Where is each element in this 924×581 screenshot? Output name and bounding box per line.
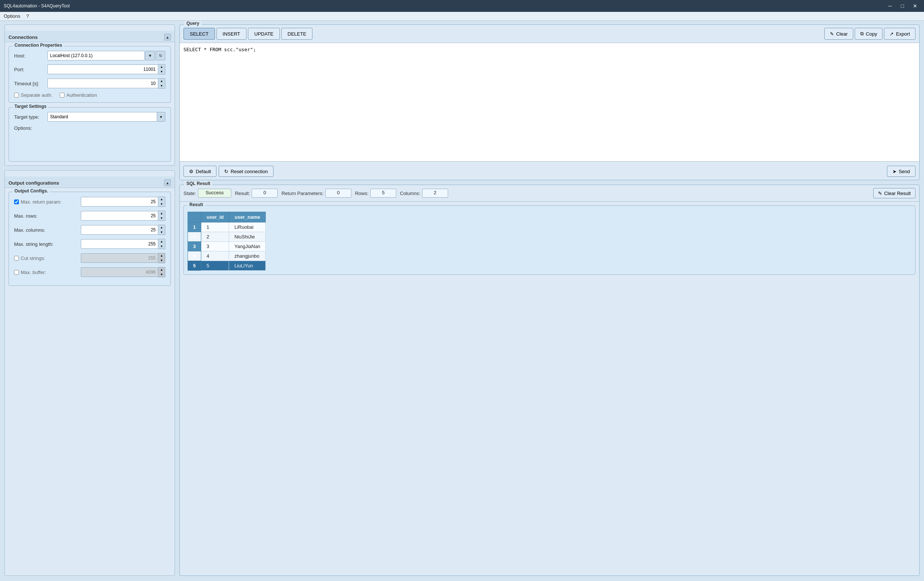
max-string-length-up-btn[interactable]: ▲ [158, 239, 165, 244]
connections-title: Connections [8, 35, 38, 40]
max-string-length-input[interactable] [81, 239, 158, 249]
update-button[interactable]: UPDATE [248, 28, 280, 40]
query-footer: ⚙ Default ↻ Reset connection ➤ Send [180, 163, 919, 180]
query-action-buttons: ✎ Clear ⧉ Copy ↗ Export [824, 28, 916, 40]
authentication-checkbox[interactable] [60, 93, 64, 97]
state-group: State: Success [183, 189, 231, 198]
table-row[interactable]: 11LiRuobai [188, 223, 266, 232]
max-return-param-checkbox[interactable] [14, 200, 19, 204]
result-label: Result: [235, 191, 250, 196]
table-row[interactable]: 22NiuShiJie [188, 232, 266, 242]
cut-strings-label[interactable]: Cut strings: [14, 256, 81, 261]
host-input-group: ▼ ↻ [48, 51, 165, 60]
max-string-length-down-btn[interactable]: ▼ [158, 244, 165, 249]
max-return-param-input[interactable] [81, 197, 158, 206]
port-up-btn[interactable]: ▲ [158, 64, 165, 69]
output-panel-header: Output configurations ▲ [5, 177, 175, 188]
delete-button[interactable]: DELETE [281, 28, 313, 40]
export-button[interactable]: ↗ Export [884, 28, 916, 40]
clear-button[interactable]: ✎ Clear [824, 28, 853, 40]
cut-strings-checkbox[interactable] [14, 256, 19, 261]
timeout-down-btn[interactable]: ▼ [158, 83, 165, 88]
max-return-param-label[interactable]: Max. return param: [14, 199, 81, 205]
reset-icon: ↻ [224, 169, 228, 174]
copy-button[interactable]: ⧉ Copy [855, 28, 883, 40]
close-button[interactable]: ✕ [910, 2, 920, 10]
port-down-btn[interactable]: ▼ [158, 69, 165, 74]
clear-result-button[interactable]: ✎ Clear Result [873, 188, 916, 198]
result-table: user_id user_name 11LiRuobai22NiuShiJie3… [188, 212, 266, 271]
auth-row: Separate auth. Authentication [14, 92, 165, 98]
separate-auth-checkbox[interactable] [14, 93, 19, 97]
query-header: SELECT INSERT UPDATE DELETE ✎ Clear ⧉ Co… [180, 25, 919, 43]
table-row[interactable]: 55LiuLiYun [188, 261, 266, 271]
cut-strings-up-btn: ▲ [158, 253, 165, 258]
maximize-button[interactable]: □ [898, 2, 907, 10]
max-buffer-checkbox[interactable] [14, 270, 19, 275]
return-params-group: Return Parameters: 0 [281, 189, 351, 198]
max-columns-input[interactable] [81, 225, 158, 235]
columns-value: 2 [422, 189, 448, 198]
host-refresh-btn[interactable]: ↻ [156, 51, 165, 60]
authentication-label[interactable]: Authentication [60, 92, 97, 98]
options-label: Options: [14, 125, 48, 131]
connections-panel-header: Connections ▲ [5, 31, 175, 42]
title-bar: SQL4automation - S4AQueryTool ─ □ ✕ [0, 0, 924, 12]
port-input[interactable] [48, 64, 158, 74]
max-columns-label: Max. columns: [14, 227, 81, 233]
timeout-input[interactable] [48, 79, 158, 88]
max-return-up-btn[interactable]: ▲ [158, 197, 165, 202]
return-params-value: 0 [325, 189, 351, 198]
table-header-row: user_id user_name [188, 212, 266, 223]
port-label: Port: [14, 67, 48, 72]
connections-panel: Connections ▲ Connection Properties Host… [5, 25, 175, 166]
host-dropdown-btn[interactable]: ▼ [145, 51, 155, 60]
menu-help[interactable]: ? [26, 13, 29, 19]
timeout-spinners: ▲ ▼ [158, 78, 165, 89]
insert-button[interactable]: INSERT [216, 28, 246, 40]
max-return-down-btn[interactable]: ▼ [158, 202, 165, 206]
default-button[interactable]: ⚙ Default [183, 166, 216, 177]
result-group: Result: 0 [235, 189, 277, 198]
minimize-button[interactable]: ─ [886, 2, 895, 10]
select-button[interactable]: SELECT [183, 28, 215, 40]
user-id-cell: 2 [201, 232, 229, 242]
sql-result-title: SQL Result [184, 181, 212, 186]
query-panel-title: Query [184, 21, 201, 26]
separate-auth-label[interactable]: Separate auth. [14, 92, 52, 98]
reset-connection-button[interactable]: ↻ Reset connection [219, 166, 273, 177]
max-rows-input[interactable] [81, 211, 158, 221]
max-string-length-label: Max. string length: [14, 241, 81, 247]
max-columns-down-btn[interactable]: ▼ [158, 230, 165, 235]
clear-result-icon: ✎ [878, 191, 882, 196]
menu-options[interactable]: Options [4, 13, 20, 19]
max-rows-input-group: ▲ ▼ [81, 211, 165, 221]
row-number: 3 [188, 242, 201, 251]
rows-value: 5 [370, 189, 396, 198]
max-columns-input-group: ▲ ▼ [81, 225, 165, 235]
result-table-container: Result user_id user_name 11LiRuobai22Niu… [183, 205, 916, 275]
host-input[interactable] [48, 51, 145, 60]
table-row[interactable]: 44zhangjunbo [188, 251, 266, 261]
cut-strings-row: Cut strings: ▲ ▼ [14, 253, 165, 263]
max-buffer-label[interactable]: Max. buffer: [14, 269, 81, 275]
left-panel: Connections ▲ Connection Properties Host… [5, 25, 175, 576]
output-collapse-btn[interactable]: ▲ [164, 180, 171, 186]
output-configs-title: Output Configs. [13, 188, 50, 193]
max-columns-up-btn[interactable]: ▲ [158, 225, 165, 230]
query-textarea[interactable] [180, 43, 919, 162]
state-value: Success [198, 189, 231, 198]
send-button[interactable]: ➤ Send [887, 166, 916, 177]
connections-collapse-btn[interactable]: ▲ [164, 34, 171, 40]
timeout-up-btn[interactable]: ▲ [158, 79, 165, 83]
rows-group: Rows: 5 [355, 189, 396, 198]
max-buffer-input [81, 267, 158, 277]
max-string-length-row: Max. string length: ▲ ▼ [14, 239, 165, 249]
target-type-select[interactable]: Standard [48, 112, 157, 122]
max-rows-up-btn[interactable]: ▲ [158, 211, 165, 216]
connection-properties-title: Connection Properties [13, 43, 64, 48]
rows-label: Rows: [355, 191, 368, 196]
max-buffer-spinners: ▲ ▼ [158, 267, 165, 277]
max-rows-down-btn[interactable]: ▼ [158, 216, 165, 221]
table-row[interactable]: 33YangJiaNan [188, 242, 266, 251]
